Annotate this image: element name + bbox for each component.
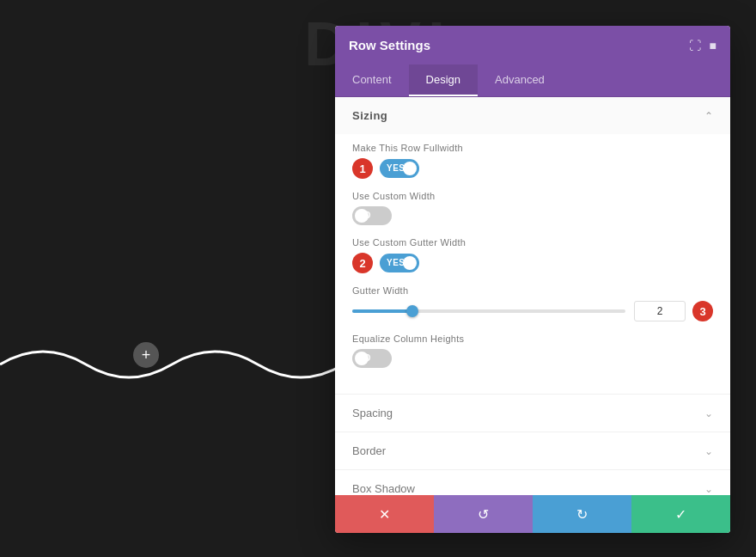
fullwidth-toggle-knob: [403, 162, 417, 175]
equalize-heights-toggle[interactable]: NO: [352, 349, 392, 368]
border-title: Border: [352, 444, 386, 457]
gutter-width-slider-track[interactable]: [352, 309, 625, 313]
border-chevron-icon: ⌄: [704, 445, 713, 457]
custom-width-label: Use Custom Width: [352, 191, 713, 201]
equalize-heights-field: Equalize Column Heights NO: [352, 334, 713, 368]
box-shadow-section[interactable]: Box Shadow ⌄: [335, 470, 730, 495]
gutter-width-field: Gutter Width 3: [352, 285, 713, 321]
badge-3: 3: [692, 301, 713, 321]
gutter-value-with-badge: 3: [634, 301, 713, 321]
spacing-title: Spacing: [352, 407, 393, 419]
undo-button[interactable]: ↺: [434, 495, 533, 533]
panel-title: Row Settings: [349, 38, 430, 52]
fullwidth-field: Make This Row Fullwidth 1 YES: [352, 143, 713, 179]
tab-content[interactable]: Content: [335, 64, 409, 96]
sizing-section-title: Sizing: [352, 109, 387, 122]
cancel-button[interactable]: ✕: [335, 495, 434, 533]
redo-button[interactable]: ↻: [533, 495, 631, 533]
custom-gutter-label: Use Custom Gutter Width: [352, 237, 713, 248]
equalize-heights-label: Equalize Column Heights: [352, 334, 713, 344]
custom-gutter-toggle-row: 2 YES: [352, 253, 713, 273]
spacing-section[interactable]: Spacing ⌄: [335, 395, 730, 432]
badge-1: 1: [352, 158, 373, 179]
spacing-chevron-icon: ⌄: [704, 407, 713, 419]
gutter-width-slider-thumb: [406, 305, 418, 317]
box-shadow-title: Box Shadow: [352, 482, 415, 495]
fullwidth-label: Make This Row Fullwidth: [352, 143, 713, 153]
custom-width-toggle-row: NO: [352, 206, 713, 225]
custom-gutter-knob: [403, 256, 417, 270]
border-section[interactable]: Border ⌄: [335, 432, 730, 470]
tab-design[interactable]: Design: [409, 64, 478, 96]
equalize-heights-knob: [355, 352, 369, 365]
panel-body: Sizing ⌃ Make This Row Fullwidth 1 YES: [335, 97, 730, 495]
panel-footer: ✕ ↺ ↻ ✓: [335, 495, 730, 533]
custom-gutter-field: Use Custom Gutter Width 2 YES: [352, 237, 713, 273]
box-shadow-chevron-icon: ⌄: [704, 483, 713, 495]
equalize-heights-toggle-row: NO: [352, 349, 713, 368]
sizing-section-header[interactable]: Sizing ⌃: [335, 97, 730, 134]
sizing-chevron-icon: ⌃: [704, 110, 713, 122]
badge-2: 2: [352, 253, 373, 273]
panel-header-icons: ⛶ ■: [689, 39, 716, 52]
gutter-width-slider-fill: [352, 309, 412, 313]
custom-width-field: Use Custom Width NO: [352, 191, 713, 225]
gutter-width-label: Gutter Width: [352, 285, 713, 296]
add-element-button[interactable]: +: [133, 342, 159, 368]
panel-header: Row Settings ⛶ ■: [335, 26, 730, 64]
custom-gutter-toggle[interactable]: YES: [380, 254, 419, 272]
close-icon[interactable]: ■: [710, 39, 716, 52]
tab-bar: Content Design Advanced: [335, 64, 730, 97]
sizing-section-content: Make This Row Fullwidth 1 YES Use Custom…: [335, 134, 730, 394]
gutter-width-slider-row: 3: [352, 301, 713, 321]
fullscreen-icon[interactable]: ⛶: [689, 39, 701, 52]
fullwidth-toggle-row: 1 YES: [352, 158, 713, 179]
gutter-width-input[interactable]: [634, 301, 686, 321]
sizing-section: Sizing ⌃ Make This Row Fullwidth 1 YES: [335, 97, 730, 395]
custom-width-toggle[interactable]: NO: [352, 206, 392, 225]
save-button[interactable]: ✓: [631, 495, 730, 533]
fullwidth-toggle[interactable]: YES: [380, 159, 419, 178]
row-settings-panel: Row Settings ⛶ ■ Content Design Advanced…: [335, 26, 730, 533]
custom-width-knob: [355, 209, 369, 223]
tab-advanced[interactable]: Advanced: [478, 64, 562, 96]
